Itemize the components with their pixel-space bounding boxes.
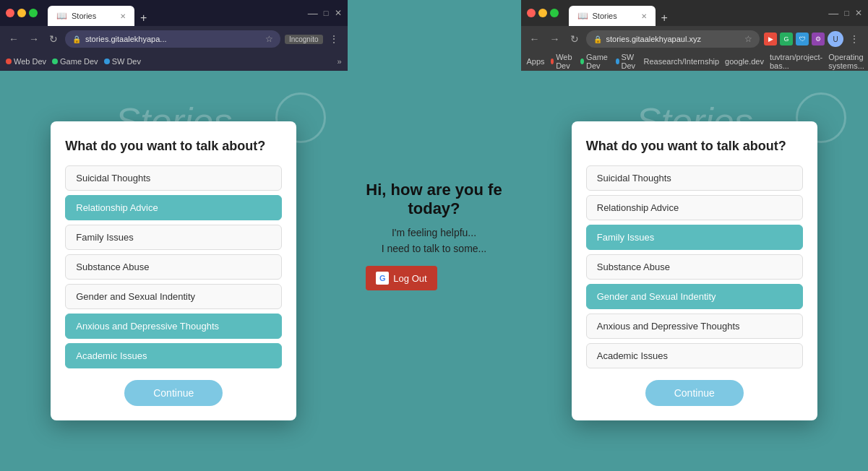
feeling-text: I'm feeling helpfu... (366, 227, 502, 238)
topic-gender-left[interactable]: Gender and Sexual Indentity (65, 284, 282, 309)
address-text-left: stories.gitaalekhyapa... (85, 35, 261, 43)
ext-icon-1[interactable]: ▶ (764, 33, 777, 46)
bm-label-webdev-right: Web Dev (556, 53, 575, 70)
browser-right: 📖 Stories ✕ + — □ ✕ ← → ↻ 🔒 stories.gita… (521, 0, 869, 471)
star-icon-left[interactable]: ☆ (265, 34, 273, 44)
bm-label-research: Reasearch/Internship (644, 57, 720, 66)
address-field-right[interactable]: 🔒 stories.gitaalekhyapaul.xyz ☆ (586, 30, 760, 48)
tab-right-stories[interactable]: 📖 Stories ✕ (569, 6, 656, 26)
topic-relationship-left[interactable]: Relationship Advice (65, 195, 282, 220)
topic-substance-left[interactable]: Substance Abuse (65, 254, 282, 280)
address-bar-row-left: ← → ↻ 🔒 stories.gitaalekhyapa... ☆ Incog… (0, 26, 348, 52)
ext-icon-3[interactable]: 🛡 (796, 33, 809, 46)
page-bg-left: Stories What do you want to talk about? … (0, 71, 348, 471)
tab-favicon-left: 📖 (56, 11, 67, 21)
bm-tuvtran-right[interactable]: tuvtran/project-bas... (770, 53, 822, 70)
minimize-button-left[interactable] (17, 9, 26, 17)
window-controls-left (6, 9, 38, 17)
modal-left: What do you want to talk about? Suicidal… (51, 121, 296, 420)
continue-button-left[interactable]: Continue (124, 380, 223, 406)
browser-left: 📖 Stories ✕ + — □ ✕ ← → ↻ 🔒 stories.gita… (0, 0, 348, 471)
google-icon: G (376, 272, 389, 285)
close-button-left[interactable] (6, 9, 14, 17)
bm-dot-swdev-left (104, 59, 110, 64)
bm-label-os: Operating systems... (828, 53, 864, 70)
topic-suicidal-right[interactable]: Suicidal Thoughts (586, 165, 803, 191)
bm-webdev-left[interactable]: Web Dev (6, 57, 46, 66)
lock-icon-right: 🔒 (593, 35, 602, 43)
ext-icons-right: ▶ G 🛡 ⚙ U ⋮ (764, 31, 862, 47)
forward-button-right[interactable]: → (547, 32, 563, 46)
topic-gender-right[interactable]: Gender and Sexual Indentity (586, 284, 803, 309)
tab-label-right: Stories (593, 12, 617, 20)
modal-title-left: What do you want to talk about? (65, 139, 282, 154)
tab-left-stories[interactable]: 📖 Stories ✕ (48, 6, 134, 26)
minimize-button-right[interactable] (538, 9, 547, 17)
back-button-left[interactable]: ← (6, 32, 22, 46)
talk-text: I need to talk to some... (366, 243, 502, 254)
bm-label-google: google.dev (725, 57, 764, 66)
continue-button-right[interactable]: Continue (645, 380, 744, 406)
reload-button-left[interactable]: ↻ (46, 32, 61, 46)
topic-family-right[interactable]: Family Issues (586, 225, 803, 250)
bm-os-right[interactable]: Operating systems... (828, 53, 864, 70)
title-bar-left: 📖 Stories ✕ + — □ ✕ (0, 0, 348, 26)
middle-text: Hi, how are you fetoday? I'm feeling hel… (351, 166, 516, 305)
address-bar-row-right: ← → ↻ 🔒 stories.gitaalekhyapaul.xyz ☆ ▶ … (521, 26, 869, 52)
forward-button-left[interactable]: → (26, 32, 42, 46)
window-controls-right (527, 9, 559, 17)
topic-academic-left[interactable]: Academic Issues (65, 343, 282, 368)
bm-webdev-right[interactable]: Web Dev (551, 53, 575, 70)
topic-suicidal-left[interactable]: Suicidal Thoughts (65, 165, 282, 191)
topic-family-left[interactable]: Family Issues (65, 225, 282, 250)
reload-button-right[interactable]: ↻ (567, 32, 582, 46)
ext-icon-2[interactable]: G (780, 33, 793, 46)
topic-academic-right[interactable]: Academic Issues (586, 343, 803, 368)
bookmarks-bar-left: Web Dev Game Dev SW Dev » (0, 52, 348, 71)
modal-title-right: What do you want to talk about? (586, 139, 803, 154)
bm-label-tuvtran: tuvtran/project-bas... (770, 53, 822, 70)
bm-swdev-right[interactable]: SW Dev (616, 53, 638, 70)
tab-close-right[interactable]: ✕ (641, 12, 647, 20)
address-field-left[interactable]: 🔒 stories.gitaalekhyapa... ☆ (65, 30, 280, 48)
bm-label-swdev-right: SW Dev (622, 53, 638, 70)
topic-anxious-right[interactable]: Anxious and Depressive Thoughts (586, 314, 803, 339)
bm-dot-blue-right (616, 59, 619, 64)
bm-gamedev-right[interactable]: Game Dev (580, 53, 610, 70)
topic-list-left: Suicidal Thoughts Relationship Advice Fa… (65, 165, 282, 368)
maximize-button-right[interactable] (550, 9, 559, 17)
new-tab-button-right[interactable]: + (657, 10, 672, 26)
bm-dot-gamedev-left (52, 59, 58, 64)
new-tab-button-left[interactable]: + (136, 10, 151, 26)
bm-google-right[interactable]: google.dev (725, 57, 764, 66)
bookmarks-more-left[interactable]: » (337, 57, 341, 66)
tab-strip-left: 📖 Stories ✕ + (48, 0, 304, 26)
bm-label-gamedev-left: Game Dev (60, 57, 98, 66)
ext-icons-left: Incognito ⋮ (285, 32, 342, 46)
bm-dot-webdev-left (6, 59, 12, 64)
middle-pane: Hi, how are you fetoday? I'm feeling hel… (348, 0, 521, 471)
bm-gamedev-left[interactable]: Game Dev (52, 57, 98, 66)
star-icon-right[interactable]: ☆ (744, 34, 752, 44)
bm-dot-green-right (580, 59, 584, 64)
topic-relationship-right[interactable]: Relationship Advice (586, 195, 803, 220)
topic-anxious-left[interactable]: Anxious and Depressive Thoughts (65, 314, 282, 339)
back-button-right[interactable]: ← (527, 32, 543, 46)
modal-right: What do you want to talk about? Suicidal… (572, 121, 817, 420)
profile-avatar-right[interactable]: U (828, 31, 843, 47)
topic-list-right: Suicidal Thoughts Relationship Advice Fa… (586, 165, 803, 368)
bm-apps-right[interactable]: Apps (527, 57, 545, 66)
menu-button-right[interactable]: ⋮ (846, 32, 862, 46)
menu-button-left[interactable]: ⋮ (326, 32, 342, 46)
logout-label: Log Out (393, 273, 426, 284)
bm-swdev-left[interactable]: SW Dev (104, 57, 141, 66)
maximize-button-left[interactable] (29, 9, 38, 17)
title-bar-right: 📖 Stories ✕ + — □ ✕ (521, 0, 869, 26)
ext-icon-4[interactable]: ⚙ (812, 33, 825, 46)
close-button-right[interactable] (527, 9, 536, 17)
tab-close-left[interactable]: ✕ (120, 12, 126, 20)
logout-button[interactable]: G Log Out (366, 266, 437, 290)
topic-substance-right[interactable]: Substance Abuse (586, 254, 803, 280)
incognito-badge: Incognito (285, 35, 323, 44)
bm-research-right[interactable]: Reasearch/Internship (644, 57, 720, 66)
